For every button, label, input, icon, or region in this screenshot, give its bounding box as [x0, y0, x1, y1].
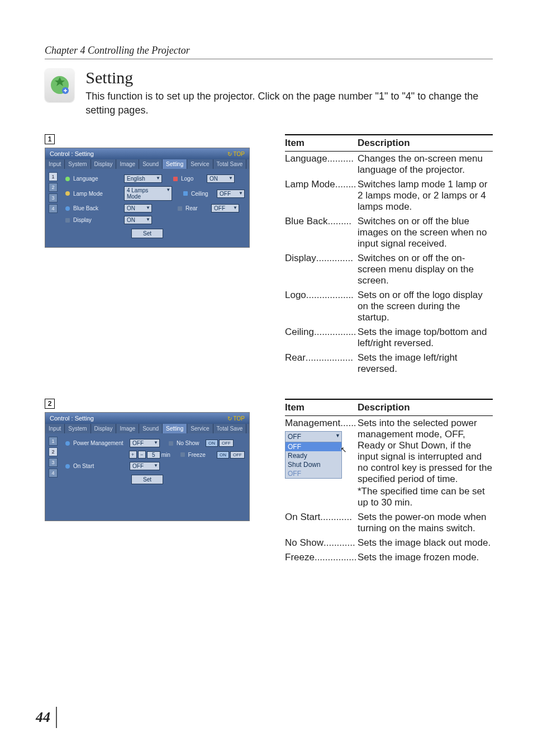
display-select[interactable]: ON: [124, 216, 152, 224]
settings-icon: [45, 68, 74, 102]
blueback-select[interactable]: ON: [124, 204, 152, 212]
table2-head: Item Description: [285, 399, 493, 416]
set-button-2[interactable]: Set: [131, 475, 163, 484]
section-number-1: 1: [45, 134, 55, 144]
pager-1[interactable]: 1: [49, 172, 58, 181]
pager: 1 2 3 4: [49, 172, 58, 213]
language-select[interactable]: English: [124, 174, 162, 183]
section-number-2: 2: [45, 399, 55, 409]
onstart-label: On Start: [73, 463, 126, 469]
tab-input-2[interactable]: Input: [45, 424, 65, 433]
ceiling-icon: [183, 191, 188, 196]
rear-select[interactable]: OFF: [211, 204, 239, 212]
set-button[interactable]: Set: [131, 229, 163, 238]
table2-body: Management...... OFF OFF Ready Shut Down…: [285, 416, 493, 565]
screenshot-2: Control : Setting ↻ TOP Input System Dis…: [45, 412, 250, 521]
tab-bar: Input System Display Image Sound Setting…: [45, 159, 249, 169]
window-title: Control : Setting: [50, 150, 94, 157]
tab-display-2[interactable]: Display: [91, 424, 117, 433]
table1-body: Language ..........Changes the on-screen…: [285, 152, 493, 376]
top-link[interactable]: ↻ TOP: [227, 151, 245, 157]
lamp-select[interactable]: 4 Lamps Mode: [124, 186, 172, 201]
logo-label: Logo: [181, 176, 203, 182]
lamp-icon: [65, 191, 70, 196]
noshow-icon: [169, 441, 173, 446]
blueback-label: Blue Back: [73, 205, 121, 211]
pm-icon: [65, 441, 70, 446]
page-title: Setting: [85, 68, 493, 87]
pm-select[interactable]: OFF: [130, 439, 160, 447]
tab-service[interactable]: Service: [187, 159, 213, 169]
logo-select[interactable]: ON: [207, 174, 235, 183]
pm-time-spinner[interactable]: +− 5 min: [129, 451, 170, 459]
onstart-select[interactable]: OFF: [130, 462, 160, 470]
tab-image[interactable]: Image: [116, 159, 139, 169]
title-row: Setting This function is to set up the p…: [45, 68, 493, 117]
window-title-2: Control : Setting: [50, 415, 94, 422]
pager-2[interactable]: 2: [49, 183, 58, 192]
tab-total-save-2[interactable]: Total Save: [213, 424, 247, 433]
tab-input[interactable]: Input: [45, 159, 65, 169]
tab-image-2[interactable]: Image: [116, 424, 139, 433]
intro-text: This function is to set up the projector…: [85, 89, 493, 117]
freeze-icon: [180, 452, 185, 457]
tab-service-2[interactable]: Service: [187, 424, 213, 433]
tab-sound[interactable]: Sound: [139, 159, 163, 169]
onstart-icon: [65, 464, 70, 469]
tab-total-save[interactable]: Total Save: [213, 159, 247, 169]
freeze-toggle[interactable]: ON OFF: [217, 451, 245, 459]
language-label: Language: [73, 176, 121, 182]
tab-system-2[interactable]: System: [65, 424, 91, 433]
noshow-toggle[interactable]: ON OFF: [206, 440, 234, 447]
pager-4[interactable]: 4: [49, 204, 58, 213]
noshow-label: No Show: [177, 440, 202, 446]
tab-setting-2[interactable]: Setting: [163, 424, 187, 433]
rear-label: Rear: [185, 205, 208, 211]
freeze-label: Freeze: [188, 452, 213, 458]
logo-icon: [173, 177, 178, 181]
display-icon: [65, 218, 70, 223]
pager2-1[interactable]: 1: [49, 437, 58, 446]
tab-system[interactable]: System: [65, 159, 91, 169]
tab-sound-2[interactable]: Sound: [139, 424, 163, 433]
language-icon: [65, 177, 70, 181]
page-number: 44: [36, 707, 57, 728]
top-link-2[interactable]: ↻ TOP: [227, 415, 245, 422]
blueback-icon: [65, 206, 70, 211]
pager-3[interactable]: 3: [49, 193, 58, 202]
ceiling-label: Ceiling: [191, 191, 213, 197]
pager2-4[interactable]: 4: [49, 469, 58, 478]
tab-display[interactable]: Display: [91, 159, 117, 169]
pager2-3[interactable]: 3: [49, 458, 58, 467]
display-label: Display: [73, 217, 121, 223]
pager2-2[interactable]: 2: [49, 447, 58, 456]
chapter-header: Chapter 4 Controlling the Projector: [45, 45, 493, 59]
cursor-icon: ↖: [340, 445, 347, 454]
ceiling-select[interactable]: OFF: [217, 190, 245, 198]
management-dropdown[interactable]: OFF OFF Ready Shut Down OFF ↖: [285, 431, 342, 479]
tab-setting[interactable]: Setting: [163, 159, 187, 169]
lamp-label: Lamp Mode: [73, 191, 121, 197]
pm-label: Power Management: [73, 440, 126, 446]
table1-head: Item Description: [285, 134, 493, 152]
screenshot-1: Control : Setting ↻ TOP Input System Dis…: [45, 148, 250, 248]
rear-icon: [178, 206, 182, 211]
